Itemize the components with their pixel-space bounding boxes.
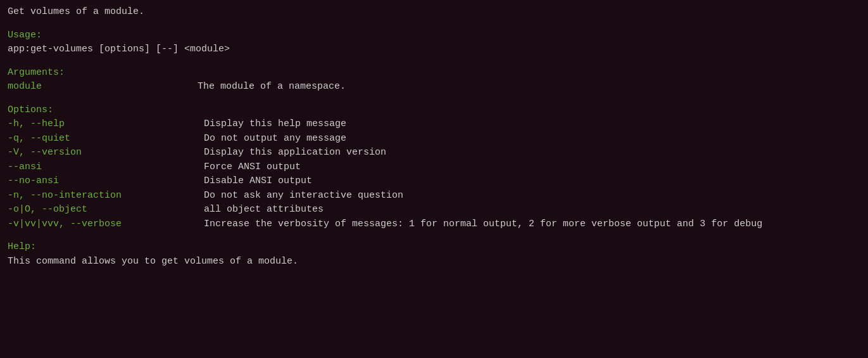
option-row-4: --no-ansiDisable ANSI output — [8, 174, 860, 189]
option-flag-0: -h, --help — [8, 117, 204, 132]
help-text: This command allows you to get volumes o… — [8, 256, 298, 267]
option-flag-7: -v|vv|vvv, --verbose — [8, 217, 204, 232]
usage-label-line: Usage: — [8, 29, 860, 43]
option-row-6: -o|O, --objectall object attributes — [8, 203, 860, 217]
help-text-line: This command allows you to get volumes o… — [8, 255, 860, 269]
help-label-line: Help: — [8, 240, 860, 255]
usage-command: app:get-volumes [options] [--] <module> — [8, 44, 230, 54]
usage-section: Usage: app:get-volumes [options] [--] <m… — [8, 29, 860, 57]
arguments-label: Arguments: — [8, 67, 65, 78]
option-row-7: -v|vv|vvv, --verboseIncrease the verbosi… — [8, 217, 860, 232]
option-flag-1: -q, --quiet — [8, 132, 204, 146]
description-line: Get volumes of a module. — [8, 5, 860, 20]
option-row-1: -q, --quietDo not output any message — [8, 132, 860, 146]
options-label: Options: — [8, 105, 53, 115]
option-desc-2: Display this application version — [204, 146, 386, 160]
option-desc-3: Force ANSI output — [204, 160, 301, 175]
help-label: Help: — [8, 241, 36, 252]
option-desc-0: Display this help message — [204, 117, 346, 132]
usage-label: Usage: — [8, 30, 42, 41]
option-row-3: --ansiForce ANSI output — [8, 160, 860, 175]
option-desc-7: Increase the verbosity of messages: 1 fo… — [204, 217, 762, 232]
argument-row: module The module of a namespace. — [8, 80, 860, 94]
argument-name: module — [8, 80, 198, 94]
option-desc-4: Disable ANSI output — [204, 174, 312, 189]
option-flag-4: --no-ansi — [8, 174, 204, 189]
option-row-5: -n, --no-interactionDo not ask any inter… — [8, 189, 860, 203]
option-flag-5: -n, --no-interaction — [8, 189, 204, 203]
option-desc-1: Do not output any message — [204, 132, 346, 146]
arguments-label-line: Arguments: — [8, 66, 860, 80]
terminal-window: Get volumes of a module. Usage: app:get-… — [8, 5, 860, 269]
usage-command-line: app:get-volumes [options] [--] <module> — [8, 42, 860, 57]
options-list: -h, --helpDisplay this help message -q, … — [8, 117, 860, 231]
argument-desc: The module of a namespace. — [198, 80, 346, 94]
option-desc-6: all object attributes — [204, 203, 324, 217]
option-row-2: -V, --versionDisplay this application ve… — [8, 146, 860, 160]
option-desc-5: Do not ask any interactive question — [204, 189, 403, 203]
options-section: Options: -h, --helpDisplay this help mes… — [8, 103, 860, 232]
arguments-section: Arguments: module The module of a namesp… — [8, 66, 860, 94]
options-label-line: Options: — [8, 103, 860, 118]
help-section: Help: This command allows you to get vol… — [8, 240, 860, 269]
option-flag-6: -o|O, --object — [8, 203, 204, 217]
option-flag-3: --ansi — [8, 160, 204, 175]
description-text: Get volumes of a module. — [8, 6, 144, 17]
option-flag-2: -V, --version — [8, 146, 204, 160]
option-row-0: -h, --helpDisplay this help message — [8, 117, 860, 132]
